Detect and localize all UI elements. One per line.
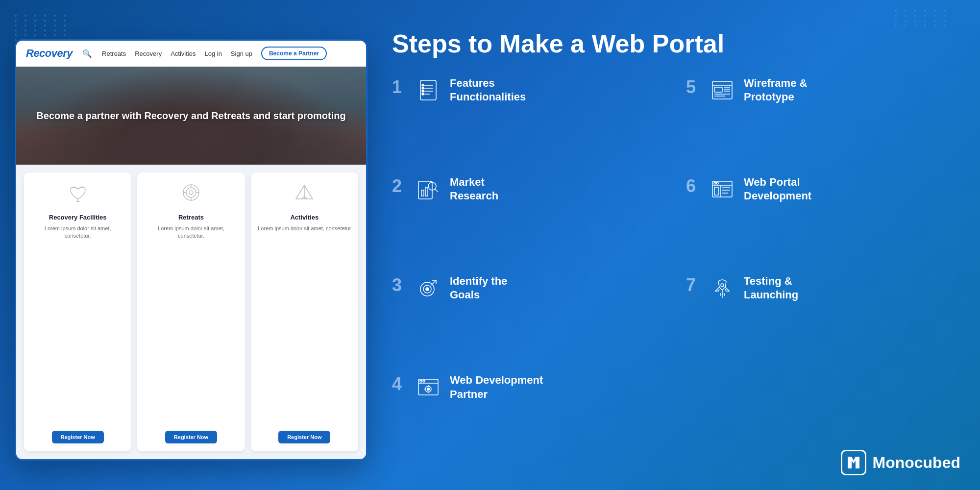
register-now-activities[interactable]: Register Now xyxy=(278,431,330,443)
step-5-number: 5 xyxy=(686,78,701,96)
chart-search-icon xyxy=(415,175,442,203)
lotus-icon xyxy=(66,180,90,208)
search-icon[interactable]: 🔍 xyxy=(82,49,92,58)
nav-signup[interactable]: Sign up xyxy=(231,50,252,57)
svg-point-38 xyxy=(714,182,716,184)
step-2-text: MarketResearch xyxy=(450,175,666,203)
right-section: Steps to Make a Web Portal 1 Feat xyxy=(392,29,960,461)
card-activities: Activities Lorem ipsum dolor sit amet, c… xyxy=(251,172,358,451)
step-3-number: 3 xyxy=(392,276,407,294)
step-2: 2 MarketResearch xyxy=(392,175,666,263)
rocket-icon xyxy=(709,274,736,302)
svg-line-30 xyxy=(435,189,438,192)
svg-point-1 xyxy=(186,188,196,197)
svg-point-14 xyxy=(422,84,424,86)
steps-grid: 1 FeaturesFunctionalities xyxy=(392,76,960,461)
hero-area: Become a partner with Recovery and Retre… xyxy=(16,67,366,165)
step-5-label: Wireframe &Prototype xyxy=(744,76,960,104)
svg-point-17 xyxy=(422,93,424,95)
step-3-label: Identify theGoals xyxy=(450,274,666,302)
register-now-recovery[interactable]: Register Now xyxy=(52,431,104,443)
browser-mockup: Recovery 🔍 Retreats Recovery Activities … xyxy=(15,39,368,461)
card-title-retreats: Retreats xyxy=(178,214,204,221)
step-6-text: Web PortalDevelopment xyxy=(744,175,960,203)
svg-point-51 xyxy=(423,380,425,382)
nav-activities[interactable]: Activities xyxy=(171,50,196,57)
card-desc-retreats: Lorem ipsum dolor sit amet, consetetur. xyxy=(144,225,238,425)
step-4: 4 Web DevelopmentPartner xyxy=(392,373,666,461)
dots-decoration-tr xyxy=(895,10,951,26)
step-7: 7 Testing &Launching xyxy=(686,274,960,362)
nav-bar: Recovery 🔍 Retreats Recovery Activities … xyxy=(16,41,366,67)
step-6-number: 6 xyxy=(686,177,701,195)
step-4-text: Web DevelopmentPartner xyxy=(450,373,666,401)
nav-links: Retreats Recovery Activities Log in Sign… xyxy=(102,47,356,60)
tent-icon xyxy=(292,180,317,208)
target-icon xyxy=(415,274,442,302)
card-title-activities: Activities xyxy=(290,214,318,221)
svg-rect-20 xyxy=(714,87,722,92)
svg-point-42 xyxy=(426,288,429,291)
nav-recovery[interactable]: Recovery xyxy=(135,50,162,57)
steps-title: Steps to Make a Web Portal xyxy=(392,29,960,59)
step-3-text: Identify theGoals xyxy=(450,274,666,302)
wireframe-icon xyxy=(709,76,736,104)
card-desc-recovery: Lorem ipsum dolor sit amet, consetetur. xyxy=(31,225,124,425)
card-desc-activities: Lorem ipsum dolor sit amet, consetetur xyxy=(258,225,351,425)
step-7-text: Testing &Launching xyxy=(744,274,960,302)
step-5: 5 Wireframe &Prototype xyxy=(686,76,960,164)
nav-retreats[interactable]: Retreats xyxy=(102,50,126,57)
svg-point-53 xyxy=(427,388,430,390)
nav-logo: Recovery xyxy=(26,47,73,60)
svg-point-50 xyxy=(420,380,422,382)
cards-section: Recovery Facilities Lorem ipsum dolor si… xyxy=(16,165,366,459)
checklist-icon xyxy=(415,76,442,104)
monocubed-branding: Monocubed xyxy=(841,450,960,475)
step-1-text: FeaturesFunctionalities xyxy=(450,76,666,104)
browser-settings-icon xyxy=(415,373,442,401)
hero-text: Become a partner with Recovery and Retre… xyxy=(26,109,355,122)
step-6-label: Web PortalDevelopment xyxy=(744,175,960,203)
step-3: 3 Identify theGoals xyxy=(392,274,666,362)
monocubed-logo xyxy=(841,450,866,475)
step-7-number: 7 xyxy=(686,276,701,294)
register-now-retreats[interactable]: Register Now xyxy=(165,431,217,443)
step-1-number: 1 xyxy=(392,78,407,96)
svg-point-39 xyxy=(716,182,718,184)
step-1: 1 FeaturesFunctionalities xyxy=(392,76,666,164)
svg-rect-27 xyxy=(421,190,424,196)
step-2-number: 2 xyxy=(392,177,407,195)
svg-rect-28 xyxy=(425,187,428,196)
svg-point-44 xyxy=(721,284,724,287)
web-dev-icon xyxy=(709,175,736,203)
svg-point-16 xyxy=(422,90,424,92)
nav-login[interactable]: Log in xyxy=(204,50,221,57)
step-5-text: Wireframe &Prototype xyxy=(744,76,960,104)
step-2-label: MarketResearch xyxy=(450,175,666,203)
hero-heading: Become a partner with Recovery and Retre… xyxy=(36,109,345,122)
svg-point-15 xyxy=(422,87,424,89)
step-1-label: FeaturesFunctionalities xyxy=(450,76,666,104)
monocubed-name: Monocubed xyxy=(872,454,960,472)
card-recovery-facilities: Recovery Facilities Lorem ipsum dolor si… xyxy=(24,172,131,451)
step-6: 6 Web PortalDevelopment xyxy=(686,175,960,263)
become-partner-button[interactable]: Become a Partner xyxy=(261,47,327,60)
svg-rect-34 xyxy=(714,187,718,195)
card-retreats: Retreats Lorem ipsum dolor sit amet, con… xyxy=(137,172,245,451)
step-4-number: 4 xyxy=(392,375,407,393)
svg-line-43 xyxy=(431,280,436,285)
svg-point-2 xyxy=(189,191,193,195)
step-7-label: Testing &Launching xyxy=(744,274,960,302)
step-4-label: Web DevelopmentPartner xyxy=(450,373,666,401)
browser-mockup-section: Recovery 🔍 Retreats Recovery Activities … xyxy=(15,39,368,461)
retreat-icon xyxy=(179,180,203,208)
card-title-recovery: Recovery Facilities xyxy=(49,214,107,221)
